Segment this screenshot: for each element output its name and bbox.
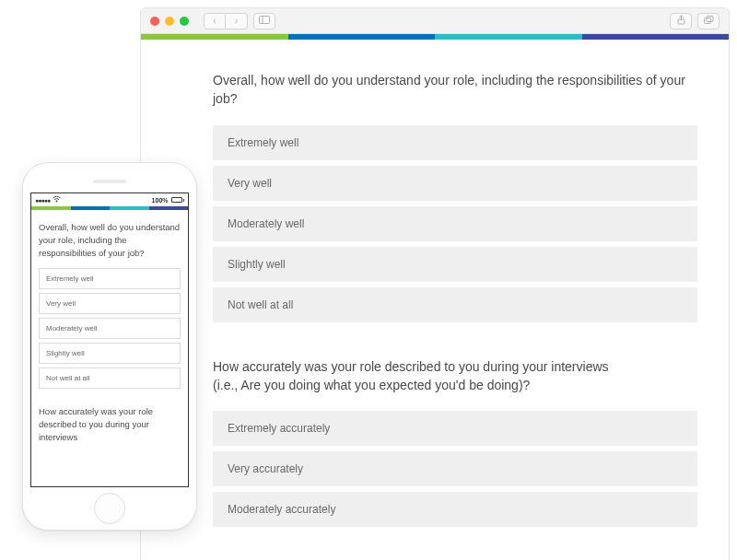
svg-rect-3: [704, 18, 710, 23]
phone-question-1-options: Extremely well Very well Moderately well…: [39, 268, 181, 389]
answer-option[interactable]: Moderately well: [213, 206, 697, 241]
question-1-options: Extremely well Very well Moderately well…: [213, 125, 697, 322]
browser-window: ‹ › Ov: [140, 7, 730, 560]
answer-option[interactable]: Extremely well: [213, 125, 697, 160]
home-button[interactable]: [94, 493, 125, 524]
browser-toolbar: ‹ ›: [141, 8, 729, 34]
answer-option[interactable]: Slightly well: [39, 343, 181, 364]
question-2-options: Extremely accurately Very accurately Mod…: [213, 411, 697, 527]
answer-option[interactable]: Not well at all: [213, 287, 697, 322]
svg-rect-0: [260, 17, 270, 24]
phone-status-bar: ●●●●● 100%: [31, 193, 188, 206]
answer-option[interactable]: Slightly well: [213, 247, 697, 282]
forward-button[interactable]: ›: [226, 13, 248, 29]
answer-option[interactable]: Extremely accurately: [213, 411, 697, 446]
answer-option[interactable]: Moderately well: [39, 318, 181, 339]
answer-option[interactable]: Moderately accurately: [213, 492, 697, 527]
answer-option[interactable]: Very well: [213, 166, 697, 201]
phone-question-2-text: How accurately was your role described t…: [39, 405, 181, 443]
answer-option[interactable]: Very well: [39, 293, 181, 314]
sidebar-toggle-button[interactable]: [253, 13, 275, 29]
phone-speaker: [93, 180, 126, 183]
answer-option[interactable]: Extremely well: [39, 268, 181, 289]
back-button[interactable]: ‹: [204, 13, 226, 29]
maximize-icon[interactable]: [180, 17, 189, 26]
wifi-icon: [53, 196, 61, 204]
battery-percent: 100%: [152, 197, 169, 204]
tabs-icon: [704, 16, 714, 27]
svg-point-5: [56, 200, 58, 202]
answer-option[interactable]: Very accurately: [213, 451, 697, 486]
brand-stripe: [141, 34, 729, 40]
window-controls: [150, 17, 189, 26]
phone-screen: ●●●●● 100% Overall, how well do you unde…: [30, 192, 189, 487]
sidebar-icon: [259, 16, 270, 26]
chevron-left-icon: ‹: [213, 16, 216, 26]
share-button[interactable]: [670, 13, 692, 29]
phone-mockup: ●●●●● 100% Overall, how well do you unde…: [22, 162, 197, 531]
question-2-line2: (i.e., Are you doing what you expected y…: [213, 378, 530, 392]
share-icon: [677, 15, 685, 27]
chevron-right-icon: ›: [235, 16, 238, 26]
question-2-text: How accurately was your role described t…: [213, 357, 697, 395]
minimize-icon[interactable]: [165, 17, 174, 26]
question-1-text: Overall, how well do you understand your…: [213, 71, 697, 109]
survey-content: Overall, how well do you understand your…: [141, 40, 729, 527]
signal-icon: ●●●●●: [35, 197, 50, 204]
close-icon[interactable]: [150, 17, 159, 26]
tabs-button[interactable]: [697, 13, 719, 29]
phone-question-1-text: Overall, how well do you understand your…: [39, 221, 181, 259]
answer-option[interactable]: Not well at all: [39, 368, 181, 389]
question-2-line1: How accurately was your role described t…: [213, 359, 609, 374]
phone-survey-content: Overall, how well do you understand your…: [31, 210, 188, 453]
nav-buttons: ‹ ›: [204, 13, 275, 29]
svg-rect-4: [707, 16, 713, 21]
battery-icon: [171, 197, 185, 203]
